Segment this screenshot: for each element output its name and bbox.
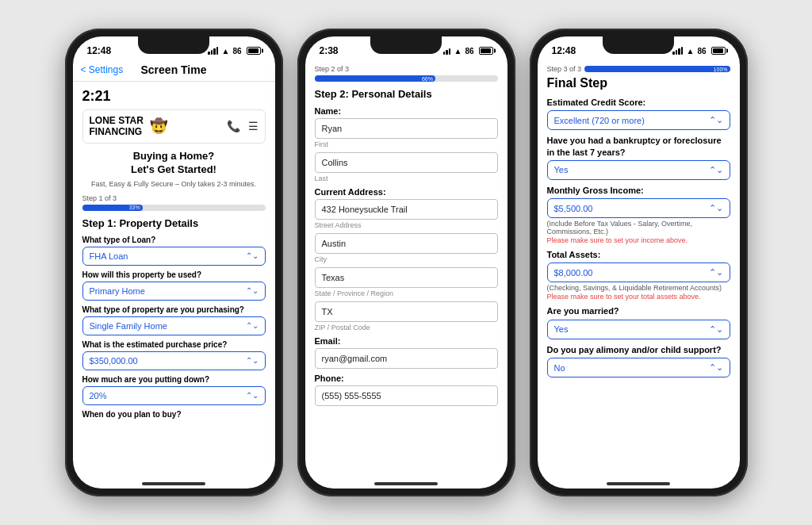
chevron-icon: ⌃⌄ — [246, 251, 259, 260]
progress-bg-2: 66% — [315, 75, 498, 82]
progress-section-2: Step 2 of 3 66% — [315, 65, 498, 82]
income-value: $5,500.00 — [554, 204, 593, 213]
chevron-icon-4: ⌃⌄ — [246, 356, 259, 365]
credit-score-dropdown[interactable]: Excellent (720 or more) ⌃⌄ — [547, 110, 730, 130]
chevron-icon-ast: ⌃⌄ — [709, 267, 723, 278]
property-usage-value: Primary Home — [90, 286, 145, 296]
progress-fill-3: 100% — [584, 66, 730, 72]
email-section-label: Email: — [315, 336, 498, 346]
chevron-icon-bk: ⌃⌄ — [709, 165, 723, 175]
phone-icon[interactable]: 📞 — [227, 120, 240, 132]
loan-type-dropdown[interactable]: FHA Loan ⌃⌄ — [82, 247, 266, 266]
settings-back-button[interactable]: < Settings — [81, 64, 124, 75]
menu-icon[interactable]: ☰ — [248, 120, 259, 132]
status-time-1: 12:48 — [87, 45, 112, 56]
field-label-down: How much are you putting down? — [82, 375, 266, 384]
phone-1: 12:48 ▲ 86 < — [65, 29, 283, 496]
wifi-icon-2: ▲ — [454, 47, 462, 56]
property-type-dropdown[interactable]: Single Family Home ⌃⌄ — [82, 316, 266, 335]
married-value: Yes — [554, 324, 569, 334]
first-name-hint: First — [315, 140, 498, 148]
logo-area: LONE STARFINANCING 🤠 📞 ☰ — [82, 109, 266, 144]
email-input[interactable]: ryan@gmail.com — [315, 348, 498, 369]
status-icons-2: ▲ 86 — [443, 47, 493, 56]
state-input[interactable]: Texas — [315, 267, 498, 288]
field-q-4: Are you married? — [547, 305, 730, 316]
chevron-icon-inc: ⌃⌄ — [709, 203, 723, 213]
screen-time-nav: < Settings Screen Time — [73, 60, 275, 82]
name-section-label: Name: — [315, 106, 498, 116]
street-input[interactable]: 432 Honeysuckle Trail — [315, 199, 498, 220]
phone1-scroll: 2:21 LONE STARFINANCING 🤠 📞 ☰ Buying a H… — [73, 82, 275, 489]
phone2-scroll: Step 2 of 3 66% Step 2: Personal Details… — [305, 60, 508, 489]
purchase-price-dropdown[interactable]: $350,000.00 ⌃⌄ — [82, 351, 266, 370]
phone-1-inner: 12:48 ▲ 86 < — [73, 36, 275, 489]
alimony-value: No — [554, 363, 565, 373]
logo-icon: 🤠 — [150, 117, 167, 135]
progress-pct-3: 100% — [714, 67, 730, 72]
alimony-dropdown[interactable]: No ⌃⌄ — [547, 358, 730, 377]
mini-time: 2:21 — [82, 88, 266, 105]
field-q-3: Total Assets: — [547, 249, 730, 260]
chevron-icon-5: ⌃⌄ — [246, 391, 259, 400]
first-name-input[interactable]: Ryan — [315, 118, 498, 139]
step-title-1: Step 1: Property Details — [82, 217, 266, 229]
screenshot-wrapper: 12:48 ▲ 86 < — [0, 0, 812, 525]
property-usage-dropdown[interactable]: Primary Home ⌃⌄ — [82, 282, 266, 301]
step-label-3: Step 3 of 3 — [547, 65, 582, 73]
zip-hint: ZIP / Postal Code — [315, 324, 498, 331]
phone-3-inner: 12:48 ▲ 86 — [538, 36, 740, 489]
last-name-hint: Last — [315, 174, 498, 182]
field-label-price: What is the estimated purchase price? — [82, 340, 266, 349]
loan-type-value: FHA Loan — [90, 251, 128, 261]
down-payment-dropdown[interactable]: 20% ⌃⌄ — [82, 386, 266, 405]
progress-bg-3: 100% — [584, 66, 730, 72]
state-hint: State / Province / Region — [315, 289, 498, 297]
battery-icon-1 — [247, 47, 261, 55]
phone3-scroll: Step 3 of 3 100% Final Step Estimated Cr… — [538, 60, 740, 489]
field-label-when: When do you plan to buy? — [82, 410, 266, 419]
home-bar-3 — [607, 482, 670, 485]
bankruptcy-dropdown[interactable]: Yes ⌃⌄ — [547, 160, 730, 180]
home-bar-2 — [374, 482, 438, 485]
progress-section-1: Step 1 of 3 33% — [82, 194, 266, 211]
progress-bg-1: 33% — [82, 205, 266, 211]
field-q-1: Have you had a bankruptcy or foreclosure… — [547, 135, 730, 158]
battery-level-1: 86 — [232, 47, 241, 56]
field-label-loan: What type of Loan? — [82, 236, 266, 244]
status-icons-3: ▲ 86 — [672, 47, 725, 56]
phone-notch-1 — [138, 36, 209, 54]
step-label-1: Step 1 of 3 — [82, 194, 266, 202]
chevron-icon-ali: ⌃⌄ — [709, 362, 723, 373]
zip-input[interactable]: TX — [315, 301, 498, 322]
screen-time-title: Screen Time — [140, 63, 206, 76]
signal-bars-3 — [672, 47, 683, 55]
battery-icon-3 — [711, 47, 726, 55]
field-label-usage: How will this property be used? — [82, 270, 266, 279]
progress-fill-1: 33% — [82, 205, 143, 211]
city-hint: City — [315, 255, 498, 263]
assets-hint: (Checking, Savings, & Liquidable Retirem… — [547, 284, 730, 292]
battery-icon-2 — [479, 47, 493, 55]
wifi-icon-3: ▲ — [686, 47, 694, 56]
field-q-2: Monthly Gross Income: — [547, 185, 730, 196]
property-type-value: Single Family Home — [90, 321, 167, 331]
income-hint-red: Please make sure to set your income abov… — [547, 236, 730, 244]
wifi-icon-1: ▲ — [221, 47, 229, 56]
step-label-2: Step 2 of 3 — [315, 65, 498, 73]
city-input[interactable]: Austin — [315, 233, 498, 254]
married-dropdown[interactable]: Yes ⌃⌄ — [547, 320, 730, 339]
phone-input[interactable]: (555) 555-5555 — [315, 385, 498, 406]
chevron-icon-2: ⌃⌄ — [246, 286, 259, 295]
last-name-input[interactable]: Collins — [315, 152, 498, 173]
assets-dropdown[interactable]: $8,000.00 ⌃⌄ — [547, 262, 730, 282]
progress-label-2: 66% — [422, 76, 435, 82]
logo-text: LONE STARFINANCING — [90, 115, 144, 138]
battery-level-3: 86 — [697, 47, 706, 56]
purchase-price-value: $350,000.00 — [90, 356, 138, 366]
assets-hint-red: Please make sure to set your total asset… — [547, 293, 730, 301]
step-title-2: Step 2: Personal Details — [315, 88, 498, 100]
field-q-0: Estimated Credit Score: — [547, 97, 730, 108]
progress-label-1: 33% — [129, 205, 143, 210]
income-dropdown[interactable]: $5,500.00 ⌃⌄ — [547, 198, 730, 218]
